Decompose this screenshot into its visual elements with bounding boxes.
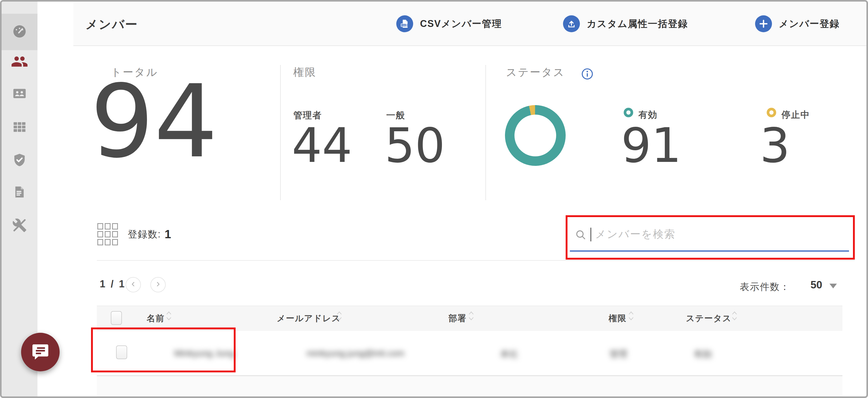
registered-count: 登録数: 1 <box>128 226 171 243</box>
svg-text:CSV: CSV <box>402 24 406 26</box>
plus-icon <box>755 15 772 32</box>
chevron-right-icon <box>154 280 162 289</box>
document-icon <box>12 185 27 200</box>
active-legend-dot <box>624 108 633 117</box>
prev-page-button[interactable] <box>126 277 141 292</box>
page-size-label: 表示件数： <box>740 281 790 293</box>
admin-value: 44 <box>292 122 352 169</box>
member-register-button[interactable]: メンバー登録 <box>755 15 840 33</box>
sidebar-item-members[interactable] <box>2 48 37 77</box>
suspended-legend-dot <box>767 108 776 117</box>
sidebar-item-apps[interactable] <box>2 113 37 142</box>
page-indicator: 1 / 1 <box>100 278 126 290</box>
column-header-email[interactable]: メールアドレス <box>277 313 341 324</box>
registered-count-value: 1 <box>165 228 171 241</box>
status-label: ステータス <box>506 65 565 80</box>
tools-icon <box>12 218 27 234</box>
info-icon[interactable] <box>581 67 594 81</box>
active-value: 91 <box>621 122 681 169</box>
highlight-box-search <box>566 215 855 260</box>
general-value: 50 <box>385 122 445 169</box>
csv-file-icon: CSV <box>396 15 413 32</box>
sort-arrows-icon[interactable] <box>336 311 342 322</box>
table-footer-strip <box>97 376 842 396</box>
sidebar-item-settings[interactable] <box>2 211 37 240</box>
permission-label: 権限 <box>293 65 317 80</box>
gauge-icon <box>12 24 27 40</box>
sort-arrows-icon[interactable] <box>628 311 634 322</box>
csv-member-manage-label: CSVメンバー管理 <box>420 18 502 30</box>
suspended-value: 3 <box>760 122 790 169</box>
sidebar-item-documents[interactable] <box>2 178 37 207</box>
stats-divider-1 <box>280 65 281 200</box>
row-email: minkyung.jung@inti.com <box>307 348 404 359</box>
layout-grid-icon[interactable] <box>97 223 120 247</box>
dropdown-caret-icon[interactable] <box>830 284 837 288</box>
column-header-permission[interactable]: 権限 <box>609 313 627 324</box>
csv-member-manage-button[interactable]: CSV CSVメンバー管理 <box>396 15 502 33</box>
member-register-label: メンバー登録 <box>779 18 840 30</box>
status-donut-chart <box>505 105 566 166</box>
sort-arrows-icon[interactable] <box>731 311 738 322</box>
column-header-name[interactable]: 名前 <box>147 313 165 324</box>
column-header-department[interactable]: 部署 <box>448 313 466 324</box>
stats-divider-2 <box>486 65 486 200</box>
upload-icon <box>563 15 580 32</box>
total-value: 94 <box>90 72 218 172</box>
sort-arrows-icon[interactable] <box>468 311 474 322</box>
row-permission: 管理 <box>610 348 627 360</box>
sidebar-item-dashboard[interactable] <box>2 18 37 47</box>
sidebar-item-contacts[interactable] <box>2 80 37 109</box>
page-title: メンバー <box>86 17 138 33</box>
people-icon <box>11 53 28 71</box>
chevron-left-icon <box>129 280 137 289</box>
custom-attr-bulk-register-label: カスタム属性一括登録 <box>587 18 688 30</box>
shield-check-icon <box>12 153 27 169</box>
highlight-box-row <box>91 328 236 372</box>
contact-card-icon <box>12 86 27 102</box>
select-all-checkbox[interactable] <box>111 311 122 325</box>
row-status: 有効 <box>694 348 712 360</box>
page-size-value[interactable]: 50 <box>810 279 823 291</box>
sidebar-item-security[interactable] <box>2 146 37 175</box>
app-window: メンバー CSV CSVメンバー管理 カスタム属性一括登録 <box>0 0 868 398</box>
column-header-status[interactable]: ステータス <box>686 313 732 324</box>
row-department: 本社 <box>500 348 518 360</box>
custom-attr-bulk-register-button[interactable]: カスタム属性一括登録 <box>563 15 688 33</box>
grid-icon <box>12 119 27 135</box>
chat-fab[interactable] <box>21 333 60 371</box>
section-divider <box>97 260 855 261</box>
sort-arrows-icon[interactable] <box>166 311 172 322</box>
chat-bubble-icon <box>30 341 51 363</box>
next-page-button[interactable] <box>150 277 166 292</box>
registered-count-label: 登録数: <box>128 228 161 241</box>
